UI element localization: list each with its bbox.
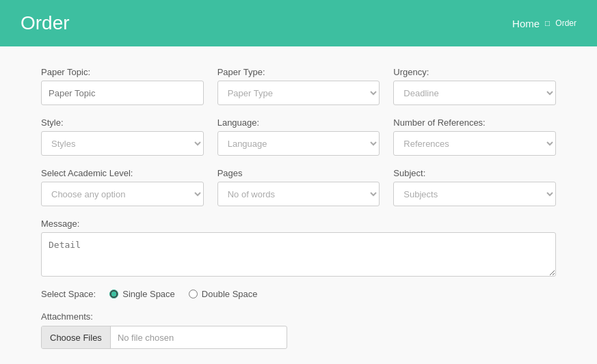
nav-home[interactable]: Home bbox=[512, 18, 540, 29]
style-label: Style: bbox=[41, 117, 204, 128]
academic-level-select[interactable]: Choose any option High School College Un… bbox=[41, 182, 204, 206]
nav-current: Order bbox=[555, 18, 576, 28]
double-space-label: Double Space bbox=[202, 289, 258, 299]
paper-type-select[interactable]: Paper Type Essay Research Paper Term Pap… bbox=[217, 81, 380, 105]
header-nav: Home □ Order bbox=[512, 18, 576, 29]
paper-type-group: Paper Type: Paper Type Essay Research Pa… bbox=[217, 67, 380, 105]
form-row-2: Style: Styles APA MLA Chicago Harvard La… bbox=[41, 117, 556, 156]
single-space-radio[interactable] bbox=[109, 290, 118, 298]
double-space-group: Double Space bbox=[189, 289, 258, 299]
style-select[interactable]: Styles APA MLA Chicago Harvard bbox=[41, 131, 204, 156]
references-label: Number of References: bbox=[393, 117, 556, 128]
space-row: Select Space: Single Space Double Space bbox=[41, 289, 556, 299]
subject-label: Subject: bbox=[393, 168, 556, 178]
double-space-radio[interactable] bbox=[189, 290, 198, 298]
space-label: Select Space: bbox=[41, 289, 96, 299]
academic-level-label: Select Academic Level: bbox=[41, 168, 204, 178]
subject-select[interactable]: Subjects Mathematics English Science His… bbox=[393, 182, 556, 206]
paper-type-label: Paper Type: bbox=[217, 67, 380, 77]
language-select[interactable]: Language English Spanish French German bbox=[217, 131, 380, 156]
urgency-select[interactable]: Deadline 3 hours 6 hours 12 hours 24 hou… bbox=[393, 81, 556, 105]
pages-group: Pages No of words 1 2 3 4 5 bbox=[217, 168, 380, 206]
message-group: Message: bbox=[41, 219, 556, 277]
references-select[interactable]: References 0 1-5 6-10 11-20 20+ bbox=[393, 131, 556, 156]
message-label: Message: bbox=[41, 219, 556, 229]
single-space-label: Single Space bbox=[122, 289, 175, 299]
form-row-3: Select Academic Level: Choose any option… bbox=[41, 168, 556, 206]
order-form: Paper Topic: Paper Type: Paper Type Essa… bbox=[0, 46, 597, 364]
urgency-label: Urgency: bbox=[393, 67, 556, 77]
academic-level-group: Select Academic Level: Choose any option… bbox=[41, 168, 204, 206]
page-title: Order bbox=[21, 12, 70, 34]
single-space-group: Single Space bbox=[109, 289, 175, 299]
attachments-row: Attachments: Choose Files No file chosen bbox=[41, 311, 556, 349]
subject-group: Subject: Subjects Mathematics English Sc… bbox=[393, 168, 556, 206]
pages-label: Pages bbox=[217, 168, 380, 178]
page-header: Order Home □ Order bbox=[0, 0, 597, 46]
language-label: Language: bbox=[217, 117, 380, 128]
paper-topic-label: Paper Topic: bbox=[41, 67, 204, 77]
file-input-wrapper: Choose Files No file chosen bbox=[41, 326, 287, 349]
references-group: Number of References: References 0 1-5 6… bbox=[393, 117, 556, 156]
language-group: Language: Language English Spanish Frenc… bbox=[217, 117, 380, 156]
form-row-1: Paper Topic: Paper Type: Paper Type Essa… bbox=[41, 67, 556, 105]
urgency-group: Urgency: Deadline 3 hours 6 hours 12 hou… bbox=[393, 67, 556, 105]
attachments-label: Attachments: bbox=[41, 311, 556, 322]
style-group: Style: Styles APA MLA Chicago Harvard bbox=[41, 117, 204, 156]
file-name-display: No file chosen bbox=[111, 328, 181, 347]
message-textarea[interactable] bbox=[41, 232, 556, 277]
nav-separator: □ bbox=[545, 18, 550, 28]
pages-select[interactable]: No of words 1 2 3 4 5 bbox=[217, 182, 380, 206]
paper-topic-group: Paper Topic: bbox=[41, 67, 204, 105]
paper-topic-input[interactable] bbox=[41, 81, 204, 105]
choose-files-button[interactable]: Choose Files bbox=[42, 326, 111, 348]
message-row: Message: bbox=[41, 219, 556, 277]
